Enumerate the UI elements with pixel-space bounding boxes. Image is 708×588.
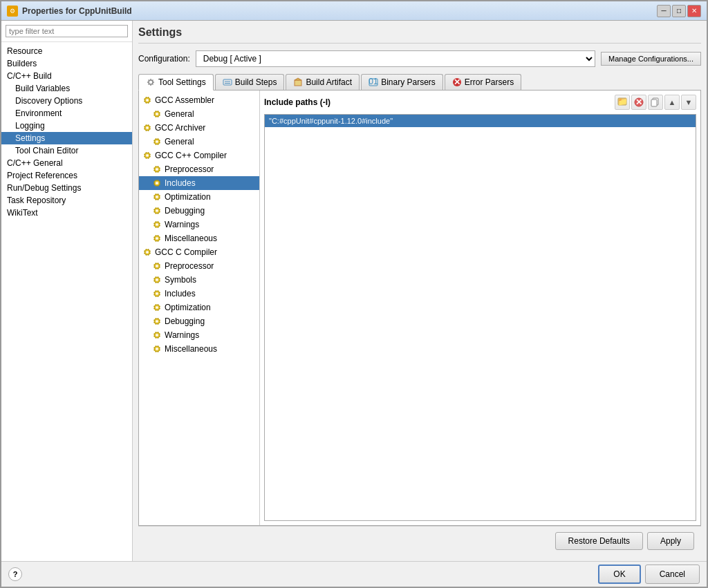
help-button[interactable]: ? <box>8 567 22 581</box>
artifact-tab-icon <box>293 77 303 87</box>
sidebar-filter-input[interactable] <box>6 25 128 37</box>
sidebar-item-builders[interactable]: Builders <box>1 57 132 70</box>
svg-line-201 <box>159 350 160 350</box>
svg-line-32 <box>158 116 158 117</box>
minimize-button[interactable]: ─ <box>657 5 671 17</box>
svg-line-130 <box>149 251 151 252</box>
sidebar-item-settings[interactable]: Settings <box>1 132 132 144</box>
svg-line-146 <box>156 263 156 264</box>
svg-line-151 <box>159 281 160 281</box>
svg-line-105 <box>153 209 155 210</box>
tool-tree-item-general-3[interactable]: General <box>139 135 259 149</box>
svg-line-81 <box>159 184 160 184</box>
config-select[interactable]: Debug [ Active ] <box>196 50 595 67</box>
svg-point-49 <box>156 140 158 143</box>
tool-tree-item-gcc-assembler-0[interactable]: GCC Assembler <box>139 93 259 107</box>
svg-line-174 <box>153 308 155 309</box>
svg-line-37 <box>158 111 158 112</box>
tool-item-label: GCC C++ Compiler <box>155 151 227 160</box>
sidebar-item-logging[interactable]: Logging <box>1 120 132 132</box>
ok-button[interactable]: OK <box>598 565 640 584</box>
tab-build-artifact[interactable]: Build Artifact <box>286 74 360 90</box>
tool-tree-item-gcc-archiver-2[interactable]: GCC Archiver <box>139 121 259 135</box>
tool-tree-item-warnings-9[interactable]: Warnings <box>139 218 259 231</box>
svg-line-2 <box>153 84 153 85</box>
binary-tab-icon: 01 <box>369 77 378 87</box>
svg-line-102 <box>158 213 158 214</box>
sidebar-item-wikitext[interactable]: WikiText <box>1 207 132 219</box>
svg-point-39 <box>146 126 149 129</box>
tool-tree-item-preprocessor-5[interactable]: Preprocessor <box>139 162 259 176</box>
tool-tree-item-gcc-c---compiler-4[interactable]: GCC C++ Compiler <box>139 149 259 162</box>
svg-line-33 <box>156 116 156 117</box>
tool-tree-item-general-1[interactable]: General <box>139 107 259 121</box>
svg-line-196 <box>156 332 156 333</box>
svg-line-42 <box>148 130 149 131</box>
sidebar-item-run-debug-settings[interactable]: Run/Debug Settings <box>1 182 132 194</box>
move-down-button[interactable]: ▼ <box>681 95 696 110</box>
sidebar-item-project-references[interactable]: Project References <box>1 169 132 182</box>
tool-item-icon <box>151 260 162 272</box>
svg-line-52 <box>158 144 158 145</box>
svg-line-191 <box>159 336 160 336</box>
close-button[interactable]: ✕ <box>687 5 701 17</box>
maximize-button[interactable]: □ <box>672 5 686 17</box>
tool-tree-item-symbols-13[interactable]: Symbols <box>139 273 259 287</box>
tool-item-icon <box>151 316 162 327</box>
svg-line-207 <box>158 345 158 347</box>
tool-tree-item-includes-6[interactable]: Includes <box>139 176 259 190</box>
move-up-button[interactable]: ▲ <box>664 95 680 110</box>
copy-include-button[interactable] <box>648 95 663 110</box>
tool-item-label: Includes <box>165 178 196 188</box>
sidebar-item-tool-chain-editor[interactable]: Tool Chain Editor <box>1 144 132 157</box>
tab-build-steps[interactable]: Build Steps <box>215 74 285 90</box>
sidebar-item-discovery-options[interactable]: Discovery Options <box>1 95 132 107</box>
gear-tab-icon <box>146 77 156 87</box>
tool-tree-item-debugging-16[interactable]: Debugging <box>139 314 259 328</box>
delete-include-button[interactable]: ✕ <box>631 95 646 110</box>
tool-tree-item-preprocessor-12[interactable]: Preprocessor <box>139 259 259 273</box>
sidebar-item-build-variables[interactable]: Build Variables <box>1 82 132 95</box>
tool-tree-item-warnings-17[interactable]: Warnings <box>139 328 259 342</box>
svg-point-69 <box>156 168 158 171</box>
sidebar-item-resource[interactable]: Resource <box>1 45 132 57</box>
tab-tool-settings[interactable]: Tool Settings <box>138 74 214 91</box>
tool-tree-item-miscellaneous-18[interactable]: Miscellaneous <box>139 342 259 356</box>
tool-tree-item-debugging-8[interactable]: Debugging <box>139 204 259 218</box>
tool-tree-item-optimization-15[interactable]: Optimization <box>139 301 259 314</box>
svg-line-90 <box>159 196 160 196</box>
sidebar-item-environment[interactable]: Environment <box>1 107 132 120</box>
sidebar-item-task-repository[interactable]: Task Repository <box>1 194 132 207</box>
svg-line-21 <box>149 101 151 102</box>
svg-line-145 <box>153 265 155 265</box>
tool-tree-item-includes-14[interactable]: Includes <box>139 287 259 301</box>
svg-line-154 <box>153 281 155 281</box>
apply-button[interactable]: Apply <box>647 532 694 550</box>
tool-item-label: Optimization <box>165 192 211 202</box>
window-icon: ⚙ <box>7 6 18 17</box>
svg-point-79 <box>156 182 158 184</box>
tool-item-icon <box>151 136 162 147</box>
sidebar-item-c-c---build[interactable]: C/C++ Build <box>1 70 132 82</box>
svg-line-147 <box>158 263 158 264</box>
cancel-button[interactable]: Cancel <box>645 565 700 584</box>
svg-point-199 <box>156 348 158 350</box>
include-list-item[interactable]: "C:#cppUnit#cppunit-1.12.0#include" <box>265 115 696 127</box>
tool-tree-item-gcc-c-compiler-11[interactable]: GCC C Compiler <box>139 245 259 259</box>
include-list[interactable]: "C:#cppUnit#cppunit-1.12.0#include" <box>264 114 696 521</box>
svg-line-73 <box>156 171 156 173</box>
add-include-button[interactable]: 📁 <box>615 95 630 110</box>
svg-line-63 <box>146 158 147 159</box>
restore-defaults-button[interactable]: Restore Defaults <box>555 532 643 550</box>
tool-tree-item-optimization-7[interactable]: Optimization <box>139 190 259 204</box>
svg-line-205 <box>153 348 155 348</box>
svg-line-182 <box>158 323 158 325</box>
manage-configurations-button[interactable]: Manage Configurations... <box>601 52 701 66</box>
svg-line-142 <box>158 268 158 269</box>
svg-line-173 <box>156 310 156 311</box>
tool-tree-item-miscellaneous-10[interactable]: Miscellaneous <box>139 231 259 245</box>
svg-line-206 <box>156 345 156 347</box>
tab-binary-parsers[interactable]: 01Binary Parsers <box>361 74 443 90</box>
sidebar-item-c-c---general[interactable]: C/C++ General <box>1 157 132 169</box>
tab-error-parsers[interactable]: ✕Error Parsers <box>445 74 521 90</box>
